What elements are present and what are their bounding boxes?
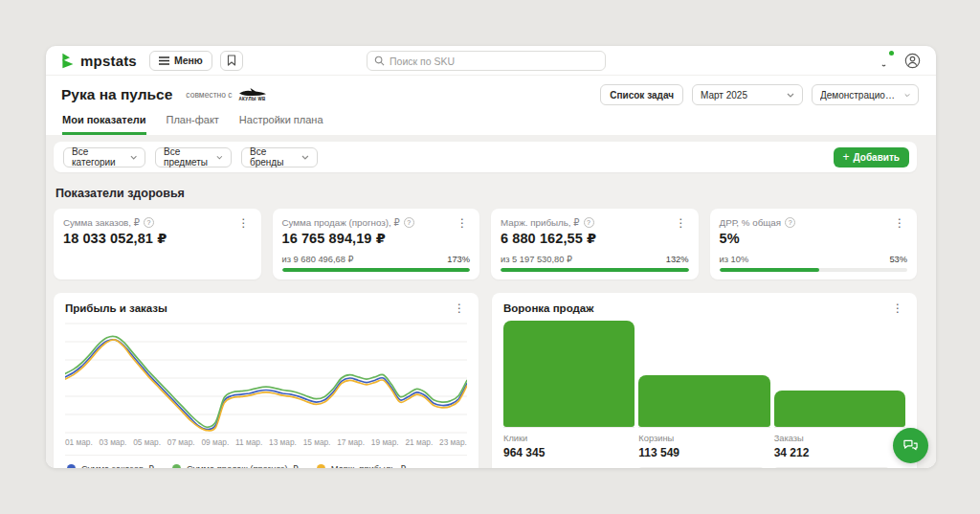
funnel-stage-name: Корзины <box>638 434 769 443</box>
progress-bar <box>501 268 689 272</box>
progress-bar <box>720 268 908 272</box>
help-icon[interactable]: ? <box>584 217 594 228</box>
content-area: Все категории Все предметы Все бренды + … <box>46 135 936 468</box>
metric-percent: 53% <box>889 255 907 264</box>
help-icon[interactable]: ? <box>785 217 795 228</box>
subjects-filter[interactable]: Все предметы <box>155 147 232 168</box>
page-header: Рука на пульсе совместно с АКУЛЫ WB Спис… <box>46 76 936 105</box>
chart-line-series <box>65 336 467 427</box>
x-axis-tick: 03 мар. <box>100 437 127 447</box>
tabs-bar: Мои показатели План-факт Настройки плана <box>46 105 936 135</box>
collab-brand-text: АКУЛЫ WB <box>238 98 265 102</box>
categories-filter-value: Все категории <box>72 146 130 168</box>
funnel-col-clicks <box>503 321 635 427</box>
legend-dot <box>317 464 325 468</box>
funnel-col-orders <box>774 321 905 427</box>
health-section-heading: Показатели здоровья <box>56 187 917 200</box>
help-icon[interactable]: ? <box>144 217 154 228</box>
legend-dot <box>172 464 181 468</box>
legend-item[interactable]: Сумма продаж (прогноз), ₽ <box>172 463 299 468</box>
kebab-menu-icon[interactable]: ⋮ <box>455 218 470 228</box>
search-icon <box>374 56 385 66</box>
line-chart-svg <box>65 321 467 435</box>
metric-title: ДРР, % общая <box>720 217 782 228</box>
subjects-filter-value: Все предметы <box>164 146 216 168</box>
header-controls: Список задач Март 2025 Демонстрационный … <box>600 84 919 105</box>
metric-percent: 173% <box>447 255 470 264</box>
funnel-stage-value: 34 212 <box>774 446 905 459</box>
legend-label: Сумма заказов, ₽ <box>81 463 154 468</box>
conversion-badge-cart: Конверсия в корзину 12.04% <box>638 467 764 468</box>
brands-filter[interactable]: Все бренды <box>241 147 318 168</box>
chevron-down-icon <box>904 93 910 98</box>
chevron-down-icon <box>301 155 309 160</box>
metric-card-margin-profit: Марж. прибыль, ₽ ? ⋮ 6 880 162,55 ₽ из 5… <box>491 209 699 279</box>
metric-card-drr: ДРР, % общая ? ⋮ 5% из 10% 53% <box>710 209 918 279</box>
tab-plan-fact[interactable]: План-факт <box>167 114 219 135</box>
kebab-menu-icon[interactable]: ⋮ <box>890 303 905 313</box>
add-button-label: Добавить <box>854 152 900 163</box>
menu-button[interactable]: Меню <box>149 51 212 71</box>
search-box[interactable] <box>367 51 606 71</box>
x-axis-tick: 21 мар. <box>405 437 433 447</box>
legend-item[interactable]: Марж. прибыль, ₽ <box>317 463 406 468</box>
legend-dot <box>67 464 76 468</box>
x-axis-tick: 13 мар. <box>269 437 297 447</box>
tab-plan-settings[interactable]: Настройки плана <box>239 114 323 135</box>
kebab-menu-icon[interactable]: ⋮ <box>236 218 252 228</box>
conversion-badge-order: Конверсия в заказ 34.29% <box>774 467 890 468</box>
collab-block: совместно с АКУЛЫ WB <box>186 87 266 102</box>
metric-card-orders-sum: Сумма заказов, ₽ ? ⋮ 18 033 052,81 ₽ <box>54 209 261 279</box>
legend-label: Сумма продаж (прогноз), ₽ <box>187 463 299 468</box>
account-select[interactable]: Демонстрационный к... <box>812 84 919 105</box>
legend-item[interactable]: Сумма заказов, ₽ <box>67 463 154 468</box>
help-icon[interactable]: ? <box>404 217 414 228</box>
kebab-menu-icon[interactable]: ⋮ <box>674 218 689 228</box>
task-list-button[interactable]: Список задач <box>600 84 683 105</box>
search-input[interactable] <box>390 56 598 67</box>
chart-line-series <box>65 340 467 431</box>
bell-icon <box>877 53 891 68</box>
chart-line-series <box>65 340 467 430</box>
kebab-menu-icon[interactable]: ⋮ <box>892 218 907 228</box>
topbar: mpstats Меню <box>46 46 936 76</box>
funnel-bars <box>503 321 905 427</box>
user-avatar-icon <box>904 53 921 69</box>
metric-value: 5% <box>720 231 908 246</box>
mpstats-logo[interactable]: mpstats <box>59 53 137 69</box>
notifications-button[interactable] <box>877 53 892 68</box>
chat-bubbles-icon <box>902 438 919 453</box>
bookmark-icon <box>227 55 236 66</box>
progress-bar <box>282 268 471 272</box>
metric-card-sales-forecast: Сумма продаж (прогноз), ₽ ? ⋮ 16 765 894… <box>273 209 480 279</box>
metric-target: из 5 197 530,80 ₽ <box>501 254 572 264</box>
app-window: mpstats Меню <box>46 46 936 468</box>
funnel-label-orders: Заказы 34 212 Конверсия в заказ 34.29% <box>774 427 905 468</box>
funnel-stage-name: Клики <box>503 434 635 443</box>
filters-bar: Все категории Все предметы Все бренды + … <box>54 142 917 172</box>
bookmark-button[interactable] <box>220 51 243 71</box>
tab-my-indicators[interactable]: Мои показатели <box>62 114 146 135</box>
funnel-label-clicks: Клики 964 345 <box>503 427 635 468</box>
chart-legend: Сумма заказов, ₽Сумма продаж (прогноз), … <box>65 455 467 468</box>
support-chat-button[interactable] <box>893 428 928 463</box>
categories-filter[interactable]: Все категории <box>63 147 145 168</box>
chart-title: Прибыль и заказы <box>65 302 167 314</box>
funnel-bar <box>638 375 769 427</box>
notification-dot <box>889 51 894 56</box>
chart-title: Воронка продаж <box>503 302 593 314</box>
x-axis-tick: 19 мар. <box>371 437 399 447</box>
metric-value: 6 880 162,55 ₽ <box>501 231 689 246</box>
collab-brand-logo: АКУЛЫ WB <box>238 87 267 102</box>
chevron-down-icon <box>787 93 794 98</box>
account-button[interactable] <box>904 53 921 69</box>
period-select[interactable]: Март 2025 <box>692 84 803 105</box>
metric-target: из 9 680 496,68 ₽ <box>282 254 354 264</box>
kebab-menu-icon[interactable]: ⋮ <box>452 303 467 313</box>
topbar-right <box>877 53 921 69</box>
add-button[interactable]: + Добавить <box>834 147 909 168</box>
x-axis-tick: 15 мар. <box>303 437 331 447</box>
metric-value: 16 765 894,19 ₽ <box>282 231 471 246</box>
profit-orders-chart-card: Прибыль и заказы ⋮ 01 мар.03 мар.05 мар.… <box>54 293 479 468</box>
legend-label: Марж. прибыль, ₽ <box>331 463 406 468</box>
